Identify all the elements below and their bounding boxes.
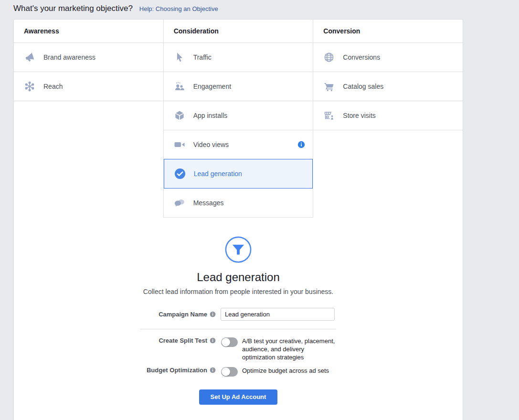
budget-optimization-row: Budget Optimization Optimize budget acro… bbox=[140, 367, 336, 377]
objective-label: Store visits bbox=[343, 112, 375, 119]
objective-column-consideration: ConsiderationTrafficEngagementApp instal… bbox=[163, 20, 314, 218]
button-row: Set Up Ad Account bbox=[140, 389, 336, 405]
split-test-toggle[interactable] bbox=[221, 337, 238, 347]
objective-label: App installs bbox=[193, 112, 228, 119]
info-icon[interactable] bbox=[297, 141, 305, 148]
campaign-form: Campaign Name Create Split Test A/B test… bbox=[140, 308, 336, 405]
objective-item-video-views[interactable]: Video views bbox=[164, 130, 313, 159]
checkmark-circle-icon bbox=[174, 168, 186, 179]
video-camera-icon bbox=[174, 139, 185, 150]
info-icon[interactable] bbox=[210, 311, 216, 317]
split-test-description: A/B test your creative, placement, audie… bbox=[242, 337, 336, 361]
objective-detail: Lead generation Collect lead information… bbox=[14, 218, 463, 405]
toggle-knob bbox=[222, 368, 230, 376]
budget-optimization-label-cell: Budget Optimization bbox=[140, 367, 216, 374]
cursor-icon bbox=[174, 52, 185, 63]
objective-column-conversion: ConversionConversionsCatalog salesStore … bbox=[313, 20, 463, 130]
objective-item-store-visits[interactable]: Store visits bbox=[313, 101, 463, 130]
objective-label: Conversions bbox=[343, 53, 380, 61]
objective-item-conversions[interactable]: Conversions bbox=[313, 43, 463, 72]
objective-label: Brand awareness bbox=[43, 53, 95, 61]
split-test-row: Create Split Test A/B test your creative… bbox=[140, 337, 336, 361]
objective-item-engagement[interactable]: Engagement bbox=[164, 72, 313, 101]
detail-title: Lead generation bbox=[14, 271, 463, 284]
globe-icon bbox=[323, 52, 335, 63]
objective-item-reach[interactable]: Reach bbox=[14, 72, 163, 101]
column-header: Awareness bbox=[14, 20, 163, 43]
objective-item-lead-generation[interactable]: Lead generation bbox=[164, 159, 313, 189]
objective-item-catalog-sales[interactable]: Catalog sales bbox=[313, 72, 463, 101]
column-header: Consideration bbox=[164, 20, 313, 43]
objectives-grid: AwarenessBrand awarenessReachConsiderati… bbox=[14, 20, 463, 218]
objective-label: Lead generation bbox=[194, 170, 242, 178]
megaphone-icon bbox=[24, 52, 35, 63]
info-icon[interactable] bbox=[210, 337, 216, 344]
shopping-cart-icon bbox=[323, 81, 335, 92]
storefront-icon bbox=[323, 110, 335, 121]
toggle-knob bbox=[222, 338, 230, 346]
info-icon[interactable] bbox=[210, 367, 216, 373]
set-up-ad-account-button[interactable]: Set Up Ad Account bbox=[199, 389, 278, 405]
page-header: What's your marketing objective? Help: C… bbox=[0, 0, 519, 19]
page-title: What's your marketing objective? bbox=[13, 4, 133, 13]
objective-label: Catalog sales bbox=[343, 83, 383, 90]
objective-label: Engagement bbox=[193, 83, 231, 90]
objective-label: Reach bbox=[43, 83, 63, 90]
objective-panel: AwarenessBrand awarenessReachConsiderati… bbox=[13, 19, 463, 420]
budget-optimization-description: Optimize budget across ad sets bbox=[242, 367, 329, 375]
budget-optimization-toggle[interactable] bbox=[221, 367, 238, 377]
reach-icon bbox=[24, 81, 35, 92]
split-test-label: Create Split Test bbox=[159, 337, 207, 344]
help-link[interactable]: Help: Choosing an Objective bbox=[139, 5, 218, 12]
objective-item-messages[interactable]: Messages bbox=[164, 189, 313, 218]
column-header: Conversion bbox=[313, 20, 463, 43]
objective-label: Traffic bbox=[193, 53, 212, 61]
campaign-name-label-cell: Campaign Name bbox=[140, 311, 216, 318]
campaign-name-input[interactable] bbox=[221, 308, 335, 321]
campaign-name-row: Campaign Name bbox=[140, 308, 336, 321]
detail-description: Collect lead information from people int… bbox=[14, 288, 463, 295]
people-icon bbox=[174, 81, 185, 92]
funnel-icon bbox=[224, 236, 252, 263]
objective-label: Video views bbox=[193, 141, 229, 148]
campaign-name-label: Campaign Name bbox=[159, 311, 207, 318]
budget-optimization-label: Budget Optimization bbox=[147, 367, 207, 374]
objective-item-app-installs[interactable]: App installs bbox=[164, 101, 313, 130]
split-test-label-cell: Create Split Test bbox=[140, 337, 216, 344]
chat-bubbles-icon bbox=[174, 197, 185, 209]
cube-icon bbox=[174, 110, 185, 121]
form-divider bbox=[140, 329, 336, 329]
objective-column-awareness: AwarenessBrand awarenessReach bbox=[14, 20, 163, 101]
objective-item-brand-awareness[interactable]: Brand awareness bbox=[14, 43, 163, 72]
objective-item-traffic[interactable]: Traffic bbox=[164, 43, 313, 72]
objective-label: Messages bbox=[193, 199, 224, 207]
